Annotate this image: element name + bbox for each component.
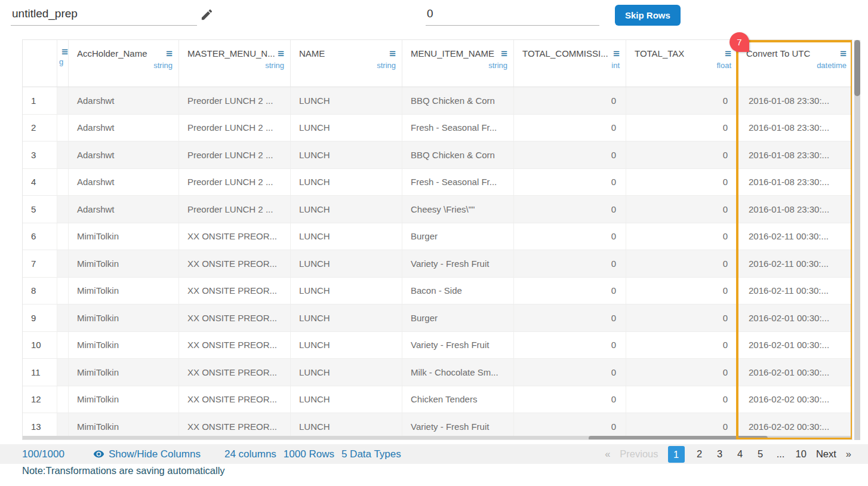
cell-menu-item: Variety - Fresh Fruit: [402, 332, 514, 359]
column-menu-icon[interactable]: ≡: [613, 48, 620, 59]
column-header[interactable]: NAME ≡ string: [291, 40, 402, 87]
pagination-page-5[interactable]: 5: [755, 448, 766, 460]
top-toolbar: Skip Rows: [0, 0, 868, 37]
cell-name: LUNCH: [291, 142, 402, 168]
cell-total-commission: 0: [514, 142, 626, 168]
column-type: string: [77, 61, 173, 70]
row-number: 3: [23, 142, 57, 168]
prep-name-input[interactable]: [11, 4, 197, 26]
column-header[interactable]: TOTAL_TAX ≡ float: [626, 40, 738, 87]
cell-menu-item: Fresh - Seasonal Fr...: [402, 115, 514, 142]
partial-column-cell: [57, 142, 69, 168]
cell-master-menu: Preorder LUNCH 2 ...: [179, 87, 291, 114]
column-menu-icon[interactable]: ≡: [389, 48, 396, 59]
table-row[interactable]: 5 Adarshwt Preorder LUNCH 2 ... LUNCH Ch…: [23, 196, 852, 223]
column-menu-icon[interactable]: ≡: [501, 48, 507, 59]
column-name: TOTAL_TAX: [635, 48, 684, 59]
column-menu-icon[interactable]: ≡: [725, 48, 731, 59]
cell-total-commission: 0: [514, 87, 626, 114]
column-menu-icon[interactable]: ≡: [840, 48, 847, 59]
cell-total-commission: 0: [514, 386, 626, 413]
column-name: MASTER_MENU_N...: [187, 48, 275, 59]
cell-menu-item: Burger: [402, 304, 514, 331]
cell-total-tax: 0: [626, 169, 738, 196]
table-row[interactable]: 11 MimiTolkin XX ONSITE PREOR... LUNCH M…: [23, 359, 852, 386]
column-type: string: [187, 61, 284, 70]
column-header[interactable]: MASTER_MENU_N... ≡ string: [179, 40, 291, 87]
horizontal-scrollbar[interactable]: [23, 436, 852, 440]
vertical-scrollbar-thumb[interactable]: [854, 40, 860, 96]
table-row[interactable]: 7 MimiTolkin XX ONSITE PREOR... LUNCH Va…: [23, 250, 852, 278]
column-menu-icon[interactable]: ≡: [61, 46, 68, 57]
table-row[interactable]: 4 Adarshwt Preorder LUNCH 2 ... LUNCH Fr…: [23, 169, 852, 196]
column-header[interactable]: AccHolder_Name ≡ string: [69, 40, 179, 87]
edit-pencil-icon[interactable]: [200, 8, 214, 21]
pagination-page-10[interactable]: 10: [796, 448, 807, 460]
cell-name: LUNCH: [291, 196, 402, 223]
show-hide-columns-button[interactable]: Show/Hide Columns: [93, 448, 201, 460]
skip-rows-input[interactable]: [426, 4, 599, 26]
partial-column-header[interactable]: ≡ g: [57, 40, 69, 87]
pagination-page-1[interactable]: 1: [668, 446, 685, 463]
table-row[interactable]: 1 Adarshwt Preorder LUNCH 2 ... LUNCH BB…: [23, 87, 852, 115]
pagination-page-4[interactable]: 4: [735, 448, 746, 460]
cell-accholder: MimiTolkin: [69, 223, 179, 250]
partial-column-cell: [57, 386, 69, 413]
table-row[interactable]: 3 Adarshwt Preorder LUNCH 2 ... LUNCH BB…: [23, 142, 852, 169]
column-name: NAME: [299, 48, 325, 59]
table-row[interactable]: 8 MimiTolkin XX ONSITE PREOR... LUNCH Ba…: [23, 278, 852, 305]
cell-total-tax: 0: [626, 196, 738, 223]
table-row[interactable]: 12 MimiTolkin XX ONSITE PREOR... LUNCH C…: [23, 386, 852, 414]
cell-total-tax: 0: [626, 87, 738, 114]
cell-name: LUNCH: [291, 278, 402, 304]
vertical-scrollbar[interactable]: [854, 40, 860, 440]
cell-total-commission: 0: [514, 304, 626, 331]
partial-column-cell: [57, 223, 69, 250]
cell-convert-to-utc: 2016-01-08 23:30:...: [738, 115, 852, 142]
cell-name: LUNCH: [291, 115, 402, 142]
data-types-count: 5 Data Types: [341, 448, 401, 460]
cell-name: LUNCH: [291, 386, 402, 413]
row-number: 4: [23, 169, 57, 196]
column-header[interactable]: MENU_ITEM_NAME ≡ string: [402, 40, 514, 87]
table-row[interactable]: 6 MimiTolkin XX ONSITE PREOR... LUNCH Bu…: [23, 223, 852, 251]
pagination-last-arrow[interactable]: »: [846, 448, 851, 460]
row-number: 1: [23, 87, 57, 114]
pagination-previous[interactable]: Previous: [620, 448, 658, 460]
partial-column-cell: [57, 115, 69, 142]
row-number: 5: [23, 196, 57, 223]
cell-convert-to-utc: 2016-02-01 00:30:...: [738, 304, 852, 331]
skip-rows-button[interactable]: Skip Rows: [615, 5, 681, 26]
pagination-page-3[interactable]: 3: [715, 448, 725, 460]
pagination-first-arrow[interactable]: «: [605, 448, 610, 460]
column-header[interactable]: TOTAL_COMMISSI... ≡ int: [514, 40, 626, 87]
pagination-ellipsis[interactable]: ...: [775, 448, 786, 460]
column-menu-icon[interactable]: ≡: [166, 48, 173, 59]
pagination-next[interactable]: Next: [816, 448, 836, 460]
partial-column-type: g: [59, 57, 67, 66]
transform-count-badge[interactable]: 7: [730, 32, 749, 52]
cell-master-menu: XX ONSITE PREOR...: [179, 278, 291, 304]
cell-menu-item: Cheesy \Fries\"": [402, 196, 514, 223]
row-number: 11: [23, 359, 57, 386]
cell-menu-item: BBQ Chicken & Corn: [402, 87, 514, 114]
table-row[interactable]: 2 Adarshwt Preorder LUNCH 2 ... LUNCH Fr…: [23, 115, 852, 142]
eye-icon[interactable]: [93, 448, 104, 460]
row-number: 12: [23, 386, 57, 413]
partial-column-cell: [57, 196, 69, 223]
cell-total-commission: 0: [514, 115, 626, 142]
cell-total-commission: 0: [514, 223, 626, 250]
table-row[interactable]: 9 MimiTolkin XX ONSITE PREOR... LUNCH Bu…: [23, 304, 852, 332]
column-menu-icon[interactable]: ≡: [278, 48, 284, 59]
table-row[interactable]: 10 MimiTolkin XX ONSITE PREOR... LUNCH V…: [23, 332, 852, 359]
cell-menu-item: Burger: [402, 223, 514, 250]
horizontal-scrollbar-thumb[interactable]: [589, 436, 768, 440]
column-header[interactable]: Convert To UTC ≡ datetime: [738, 40, 852, 87]
cell-total-tax: 0: [626, 223, 738, 250]
cell-total-commission: 0: [514, 278, 626, 304]
cell-total-commission: 0: [514, 169, 626, 196]
pagination-page-2[interactable]: 2: [694, 448, 705, 460]
cell-name: LUNCH: [291, 332, 402, 359]
partial-column-cell: [57, 250, 69, 277]
cell-name: LUNCH: [291, 223, 402, 250]
